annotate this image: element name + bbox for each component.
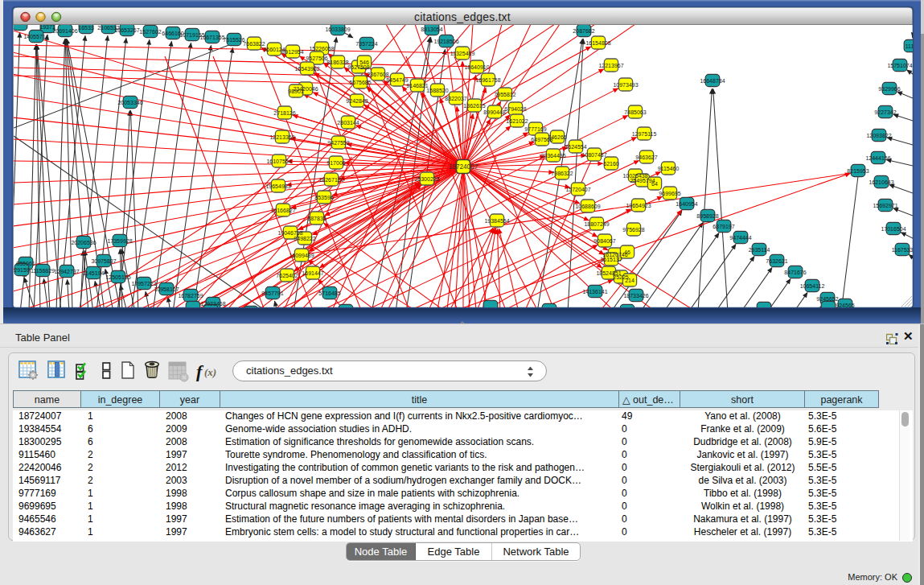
svg-text:3624554: 3624554 xyxy=(565,144,586,150)
svg-text:16154808: 16154808 xyxy=(585,40,610,46)
svg-text:18807249: 18807249 xyxy=(584,221,609,227)
svg-text:924565: 924565 xyxy=(836,303,854,308)
svg-text:19218506: 19218506 xyxy=(433,39,458,44)
svg-text:10688609: 10688609 xyxy=(575,204,600,209)
svg-text:10046758: 10046758 xyxy=(277,230,302,236)
svg-text:2087682: 2087682 xyxy=(573,28,594,34)
svg-text:9227342: 9227342 xyxy=(874,109,896,115)
svg-text:9084067: 9084067 xyxy=(593,238,615,244)
svg-text:15720407: 15720407 xyxy=(565,187,590,192)
svg-text:9146821: 9146821 xyxy=(406,83,428,89)
svg-text:7663822: 7663822 xyxy=(243,41,265,47)
svg-text:15692971: 15692971 xyxy=(873,203,897,208)
svg-text:8813054: 8813054 xyxy=(421,27,442,32)
svg-text:9427552: 9427552 xyxy=(327,140,349,146)
svg-text:30975887: 30975887 xyxy=(91,258,116,264)
svg-text:1362615: 1362615 xyxy=(463,103,485,109)
svg-text:7485063: 7485063 xyxy=(624,109,646,115)
svg-text:8322037: 8322037 xyxy=(445,96,466,101)
svg-text:10973493: 10973493 xyxy=(613,82,638,88)
svg-text:14136141: 14136141 xyxy=(582,289,607,295)
svg-text:20691406: 20691406 xyxy=(52,28,77,34)
svg-text:2718126: 2718126 xyxy=(273,110,295,116)
svg-text:17016504: 17016504 xyxy=(881,226,906,232)
svg-text:18267130: 18267130 xyxy=(318,177,343,183)
svg-text:17957223: 17957223 xyxy=(131,281,156,286)
svg-text:12213967: 12213967 xyxy=(598,63,623,68)
svg-text:1615137: 1615137 xyxy=(600,257,622,262)
svg-text:9699695: 9699695 xyxy=(659,191,680,196)
svg-text:(x): (x) xyxy=(204,366,216,378)
svg-text:12444156: 12444156 xyxy=(865,155,890,161)
svg-text:11325419: 11325419 xyxy=(450,51,475,56)
svg-text:7986322: 7986322 xyxy=(551,171,573,176)
svg-text:214: 214 xyxy=(625,278,634,283)
svg-text:6879197: 6879197 xyxy=(713,224,734,229)
svg-text:546: 546 xyxy=(359,60,369,65)
svg-text:7625402: 7625402 xyxy=(276,273,298,278)
svg-text:9527506: 9527506 xyxy=(306,56,327,61)
svg-text:9777169: 9777169 xyxy=(524,126,546,132)
svg-text:citations_edges.txt: citations_edges.txt xyxy=(414,10,511,23)
svg-text:1145194: 1145194 xyxy=(83,270,105,276)
svg-text:16961758: 16961758 xyxy=(475,77,500,83)
svg-text:9527508: 9527508 xyxy=(347,64,369,70)
svg-text:887833: 887833 xyxy=(307,216,326,221)
svg-text:14055714: 14055714 xyxy=(23,34,48,39)
svg-text:f: f xyxy=(196,361,204,381)
svg-text:15226058: 15226058 xyxy=(309,46,334,51)
svg-text:8215953: 8215953 xyxy=(847,168,869,174)
svg-text:16107554: 16107554 xyxy=(266,159,291,164)
svg-text:64: 64 xyxy=(651,181,658,187)
svg-text:9245652: 9245652 xyxy=(816,296,838,302)
svg-text:7357224: 7357224 xyxy=(355,41,377,47)
svg-text:9756928: 9756928 xyxy=(622,227,644,233)
svg-text:12213369: 12213369 xyxy=(269,134,294,140)
svg-text:1588520: 1588520 xyxy=(426,88,448,93)
svg-text:8912954: 8912954 xyxy=(281,49,303,55)
svg-text:17359928: 17359928 xyxy=(107,238,132,244)
svg-text:19166827: 19166827 xyxy=(270,208,295,213)
svg-text:853594: 853594 xyxy=(314,195,333,200)
svg-text:12505135: 12505135 xyxy=(105,274,130,280)
svg-text:10653267: 10653267 xyxy=(114,27,139,33)
svg-text:1640954: 1640954 xyxy=(676,201,697,207)
svg-text:2935114: 2935114 xyxy=(749,247,770,253)
svg-text:9463627: 9463627 xyxy=(635,154,657,160)
svg-text:1621022: 1621022 xyxy=(506,118,528,124)
svg-text:10807487: 10807487 xyxy=(581,152,606,158)
svg-text:2367608: 2367608 xyxy=(367,72,388,77)
svg-text:20206536: 20206536 xyxy=(71,240,96,245)
svg-text:9329966: 9329966 xyxy=(878,86,900,92)
svg-text:19384554: 19384554 xyxy=(484,218,509,224)
svg-text:19654983: 19654983 xyxy=(265,183,290,189)
svg-text:6497568: 6497568 xyxy=(531,137,552,142)
svg-text:18640910: 18640910 xyxy=(464,64,489,70)
svg-text:18733426: 18733426 xyxy=(623,293,648,299)
svg-text:20364436: 20364436 xyxy=(540,153,565,159)
svg-text:20053346: 20053346 xyxy=(117,100,142,105)
svg-text:2803144: 2803144 xyxy=(337,120,359,126)
svg-text:9457791: 9457791 xyxy=(261,290,283,296)
svg-text:62160: 62160 xyxy=(603,161,619,167)
svg-text:16533: 16533 xyxy=(78,25,94,31)
svg-text:9498222: 9498222 xyxy=(294,236,315,241)
svg-text:98901: 98901 xyxy=(288,89,304,94)
svg-text:9115460: 9115460 xyxy=(658,166,680,171)
svg-text:7955812: 7955812 xyxy=(494,92,515,97)
svg-text:8454749: 8454749 xyxy=(386,77,408,83)
svg-text:5675685: 5675685 xyxy=(349,80,371,85)
svg-text:16033809: 16033809 xyxy=(325,27,350,32)
svg-text:7515526: 7515526 xyxy=(223,37,244,43)
svg-text:6794028: 6794028 xyxy=(504,106,526,112)
svg-text:16099489: 16099489 xyxy=(289,253,314,258)
svg-text:10654112: 10654112 xyxy=(800,283,825,289)
svg-text:11156829: 11156829 xyxy=(31,268,55,274)
svg-text:25300235: 25300235 xyxy=(414,176,439,182)
svg-text:16648784: 16648784 xyxy=(700,78,725,84)
svg-text:9474444: 9474444 xyxy=(729,235,751,241)
svg-text:8990448: 8990448 xyxy=(483,109,505,115)
svg-text:16671355: 16671355 xyxy=(199,35,224,40)
svg-text:7632621: 7632621 xyxy=(766,258,787,264)
svg-text:917006: 917006 xyxy=(326,160,345,166)
